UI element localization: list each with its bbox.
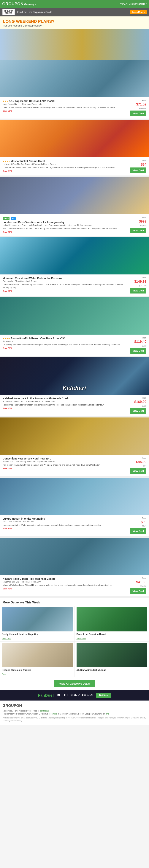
view-deal-button-white-mountains[interactable]: View Deal <box>130 528 146 534</box>
select-badge-line1: GROUPON <box>4 10 13 12</box>
deal-savings-recreation-nj: Save 56% <box>3 347 126 349</box>
learn-more-button[interactable]: Learn More > <box>130 10 147 14</box>
deal-location-nj-hotel: Wayne, NJ — Ramada by Wyndham Wayne Fair… <box>3 460 126 463</box>
hero-image <box>0 29 149 60</box>
footer-feedback-text: Need help? Have feedback? Feel free to c… <box>3 710 146 712</box>
deal-price-white-mountains: $99 <box>141 520 146 524</box>
deal-location-london-paris: United Kingdom and France — 8-Day London… <box>3 224 126 226</box>
select-badge: GROUPON SELECT <box>2 9 15 15</box>
deal-description-niagara: Niagara Falls hotel near Clifton Hill an… <box>3 584 126 587</box>
deal-original-price-white-mountains: $141 <box>142 525 146 527</box>
deal-name-poconos-mountain: Mountain Resort and Water Park in the Po… <box>3 277 126 280</box>
deal-card-niagara: Niagara Falls Clifton Hill Hotel near Ca… <box>0 538 149 598</box>
view-all-getaways-button[interactable]: View All Getaways Deals <box>53 680 95 687</box>
header-logo: GROUPON Getaways <box>2 1 36 6</box>
view-deal-button-poconos-mountain[interactable]: View Deal <box>130 288 146 293</box>
deal-card-recreation-nj: ★★★★ Recreation-Rich Resort One Hour fro… <box>0 297 149 358</box>
grid-deal-name-hawaii: Beachfront Resort in Hawaii <box>77 633 147 636</box>
deal-location-lake-placid: Lake Placid, NY — 4-Star Lake Placid Hot… <box>3 103 126 105</box>
deal-description-nj-hotel: Pan friendly Ramada with free breakfast … <box>3 464 126 466</box>
deal-from-label-poconos: From <box>142 277 146 279</box>
deal-name-white-mountains: Luxury Resort in White Mountains <box>3 517 128 520</box>
view-deal-button-london-paris[interactable]: View Deal <box>130 227 146 234</box>
grid-deal-image-cape-cod <box>2 607 73 631</box>
deal-savings-london-paris: Save 32% <box>3 231 126 233</box>
view-deal-button-nj-hotel[interactable]: View Deal <box>130 468 146 474</box>
deal-location-poconos-mountain: Tannersville, PA — Camelback Resort <box>3 280 126 282</box>
top-banner: GROUPON SELECT Join & Get Free Shipping … <box>0 8 149 17</box>
grid-deal-adirondacks: 4.5-Star Adirondacks Lodge <box>75 642 149 677</box>
deal-original-price-niagara: $70.06 <box>140 585 146 587</box>
deal-card-lake-placid: ★★★ 3-Star Top-Secret Hotel on Lake Plac… <box>0 60 149 120</box>
dropdown-chevron-icon[interactable]: ▾ <box>146 3 147 5</box>
deal-price-recreation-nj: $119.40 <box>134 340 146 344</box>
grid-deal-link-hawaii[interactable]: View Deal <box>77 637 86 640</box>
deal-price-mashantucket: $64 <box>141 163 146 166</box>
deal-description-white-mountains: Luxury resort in the White Mountains fea… <box>3 524 128 527</box>
deal-price-nj-hotel: $45.90 <box>136 460 146 464</box>
grid-deal-virginia: Historic Mansion in Virginia Deal <box>0 642 75 677</box>
deal-from-label-mashantucket: From <box>142 160 146 162</box>
deal-price-london-paris: $999 <box>139 220 146 223</box>
deal-from-label-london-paris: From <box>142 217 146 219</box>
deal-location-niagara: Niagara Falls, ON — The Falls Hotel & In… <box>3 581 126 583</box>
view-deal-button-recreation-nj[interactable]: View Deal <box>130 348 146 353</box>
promo-title: LONG WEEKEND PLANS? <box>3 19 146 24</box>
deal-price-poconos-mountain: $149.99 <box>134 280 146 284</box>
deal-savings-niagara: Save 41% <box>3 588 126 590</box>
ad-banner: FanDuel BET THE NBA PLAYOFFS Bet Now <box>0 690 149 701</box>
groupon-wordmark: GROUPON <box>2 1 24 6</box>
deal-savings-white-mountains: Save 30% <box>3 527 128 530</box>
footer-contact-link[interactable]: contact us <box>40 710 49 712</box>
view-deal-button-kalahari[interactable]: View Deal <box>130 408 146 414</box>
grid-deal-hawaii: Beachfront Resort in Hawaii View Deal <box>75 606 149 641</box>
deal-price-kalahari: $169.99 <box>134 400 146 404</box>
footer-merchant-link[interactable]: click here <box>48 713 57 715</box>
deal-original-price-recreation-nj: $269 <box>142 345 146 347</box>
promo-subtitle[interactable]: Plan your Memorial Day escape today › <box>3 25 146 27</box>
deal-stars-lake-placid: ★★★ 3-Star Top-Secret Hotel on Lake Plac… <box>3 99 126 102</box>
deal-description-recreation-nj: Go golfing and enjoy the indoor/outdoor … <box>3 343 126 346</box>
header: GROUPON Getaways View All Getaways Deals… <box>0 0 149 8</box>
top-banner-text: Join & Get Free Shipping on Goods <box>17 11 128 13</box>
grid-deal-image-hawaii <box>77 607 147 631</box>
footer-social-link[interactable]: and <box>106 713 109 715</box>
deal-original-price-poconos-mountain: $247.99 <box>139 284 146 287</box>
view-all-deals-link[interactable]: View All Getaways Deals <box>120 3 145 5</box>
deal-savings-nj-hotel: Save 47% <box>3 467 126 470</box>
deal-description-mashantucket: There are thousands of slot machines, a … <box>3 166 128 169</box>
view-deal-button-niagara[interactable]: View Deal <box>130 588 146 594</box>
deal-original-price-london-paris: $1,322 <box>140 224 146 227</box>
deal-price-lake-placid: $71.52 <box>136 102 146 106</box>
deal-tag-london: 8-Day Air <box>3 217 126 220</box>
deal-image-lake-placid <box>0 60 149 97</box>
deal-original-price-nj-hotel: $57 <box>143 465 146 467</box>
deal-image-mashantucket <box>0 120 149 157</box>
view-deal-button-mashantucket[interactable]: View Deal <box>130 167 146 173</box>
grid-deal-link-virginia[interactable]: Deal <box>2 673 6 675</box>
deal-savings-kalahari: Save 43% <box>3 407 126 409</box>
deal-original-price-lake-placid: $160.78 <box>139 107 146 110</box>
view-deal-button-lake-placid[interactable]: View Deal <box>130 111 146 116</box>
grid-deal-link-cape-cod[interactable]: View Deal <box>2 637 11 640</box>
deal-name-london-paris: London and Paris Vacation with Air from … <box>3 221 126 224</box>
deal-name-niagara: Niagara Falls Clifton Hill Hotel near Ca… <box>3 577 126 580</box>
deal-from-label-nj-hotel: From <box>142 457 146 459</box>
deal-name-nj-hotel: Convenient New Jersey Hotel near NYC <box>3 457 126 460</box>
footer: GROUPON Need help? Have feedback? Feel f… <box>0 701 149 725</box>
deal-image-london-paris <box>0 177 149 214</box>
deal-location-white-mountains: NH — The Mountain Club on Loon <box>3 521 128 523</box>
deal-savings-poconos-mountain: Save 40% <box>3 290 126 292</box>
deal-savings-lake-placid: Save 55% <box>3 110 126 112</box>
deal-card-nj-hotel: Convenient New Jersey Hotel near NYC Way… <box>0 417 149 477</box>
view-all-container: View All Getaways Deals <box>0 677 149 690</box>
deal-from-label-lake-placid: From <box>142 99 146 101</box>
deal-card-white-mountains: Luxury Resort in White Mountains NH — Th… <box>0 477 149 538</box>
deal-original-price-kalahari: $299 <box>142 405 146 407</box>
deal-location-kalahari: Pocono Mountains, PA — Kalahari Resorts … <box>3 400 126 403</box>
more-section-header: More Getaways This Week <box>0 598 149 606</box>
ad-cta-button[interactable]: Bet Now <box>96 693 111 698</box>
deal-location-recreation-nj: Kittaning, NJ <box>3 340 126 342</box>
ad-logo: FanDuel <box>38 693 54 698</box>
deal-name-mashantucket: ★★★★ Mashantucket Casino Hotel <box>3 160 128 163</box>
